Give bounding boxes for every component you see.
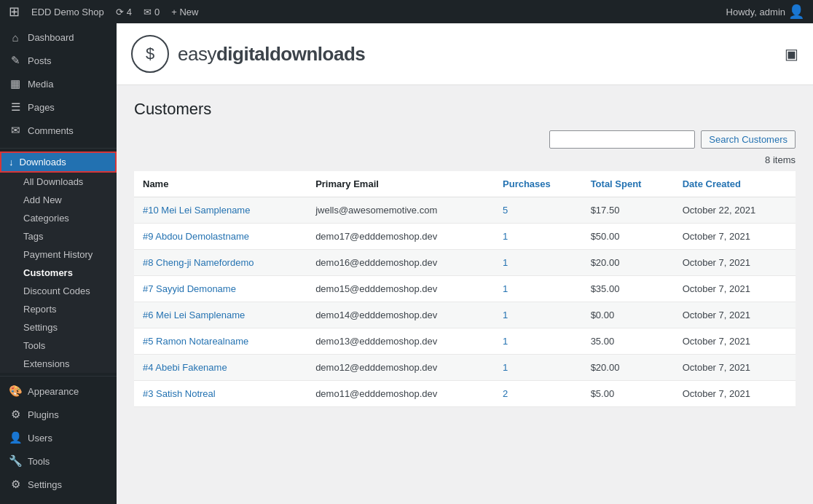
plugins-icon: ⚙ [9,408,22,421]
customer-email-cell: demo12@edddemoshop.dev [307,355,494,381]
sidebar-item-appearance[interactable]: 🎨 Appearance [0,379,117,403]
customer-date-created-cell: October 7, 2021 [674,355,796,381]
updates-icon: ⟳ [116,7,124,17]
purchases-link[interactable]: 1 [503,362,508,373]
purchases-link[interactable]: 1 [503,231,508,242]
purchases-link[interactable]: 5 [503,205,508,216]
monitor-icon[interactable]: ▣ [785,45,798,63]
col-header-purchases[interactable]: Purchases [494,171,582,197]
customer-date-created-cell: October 7, 2021 [674,381,796,407]
adminbar-howdy[interactable]: Howdy, admin 👤 [726,4,804,20]
users-icon: 👤 [9,431,22,444]
purchases-link[interactable]: 1 [503,283,508,294]
purchases-link[interactable]: 1 [503,257,508,268]
sidebar-subitem-all-downloads[interactable]: All Downloads [0,173,117,191]
sidebar-subitem-add-new[interactable]: Add New [0,191,117,209]
comments-icon: ✉ [144,7,152,17]
sidebar-subitem-settings[interactable]: Settings [0,318,117,336]
sidebar-subitem-categories[interactable]: Categories [0,209,117,227]
downloads-submenu: All Downloads Add New Categories Tags Pa… [0,173,117,373]
sidebar-subitem-extensions[interactable]: Extensions [0,355,117,373]
table-row: #4 Abebi Fakename demo12@edddemoshop.dev… [134,355,796,381]
appearance-icon: 🎨 [9,385,22,398]
customer-name-cell: #3 Satish Notreal [134,381,307,407]
customer-purchases-cell: 1 [494,276,582,302]
purchases-link[interactable]: 1 [503,310,508,320]
customer-name-cell: #4 Abebi Fakename [134,355,307,381]
customer-name-link[interactable]: #8 Cheng-ji Namefordemo [143,257,254,268]
customer-email-cell: demo15@edddemoshop.dev [307,276,494,302]
customer-total-spent-cell: $35.00 [582,276,674,302]
purchases-link[interactable]: 1 [503,336,508,347]
sidebar-item-settings[interactable]: ⚙ Settings [0,473,117,496]
search-customers-button[interactable]: Search Customers [701,130,796,149]
edd-logo-text: easydigitaldownloads [178,43,365,66]
sidebar-item-tools[interactable]: 🔧 Tools [0,449,117,473]
sidebar-item-plugins[interactable]: ⚙ Plugins [0,403,117,426]
sidebar-subitem-tools[interactable]: Tools [0,336,117,355]
user-avatar-icon: 👤 [788,4,804,20]
table-row: #8 Cheng-ji Namefordemo demo16@edddemosh… [134,250,796,276]
customer-name-link[interactable]: #7 Sayyid Demoname [143,283,236,294]
table-row: #3 Satish Notreal demo11@edddemoshop.dev… [134,381,796,407]
pages-icon: ☰ [9,101,22,114]
customer-total-spent-cell: $0.00 [582,302,674,328]
col-header-date-created[interactable]: Date Created [674,171,796,197]
tools-icon: 🔧 [9,454,22,468]
customer-name-link[interactable]: #10 Mei Lei Samplename [143,205,250,216]
sidebar-subitem-reports[interactable]: Reports [0,300,117,318]
search-input[interactable] [549,130,695,149]
customer-name-cell: #9 Abdou Demolastname [134,224,307,250]
sidebar-item-media[interactable]: ▦ Media [0,72,117,95]
main-content: $ easydigitaldownloads ▣ Customers Searc… [117,23,813,504]
customer-date-created-cell: October 7, 2021 [674,328,796,355]
sidebar-subitem-payment-history[interactable]: Payment History [0,245,117,264]
wp-logo-icon[interactable]: ⊞ [9,4,20,20]
customer-name-link[interactable]: #5 Ramon Notarealname [143,336,248,347]
customer-email-cell: demo17@edddemoshop.dev [307,224,494,250]
customer-total-spent-cell: $20.00 [582,355,674,381]
customer-date-created-cell: October 7, 2021 [674,276,796,302]
customer-purchases-cell: 5 [494,197,582,224]
customer-total-spent-cell: 35.00 [582,328,674,355]
customer-date-created-cell: October 7, 2021 [674,224,796,250]
sidebar-item-users[interactable]: 👤 Users [0,426,117,449]
admin-bar: ⊞ EDD Demo Shop ⟳ 4 ✉ 0 + New Howdy, adm… [0,0,813,23]
customer-name-cell: #7 Sayyid Demoname [134,276,307,302]
customer-name-link[interactable]: #9 Abdou Demolastname [143,231,249,242]
page-content: Customers Search Customers 8 items Name … [117,85,813,422]
sidebar-item-posts[interactable]: ✎ Posts [0,49,117,72]
customer-purchases-cell: 1 [494,250,582,276]
dashboard-icon: ⌂ [9,31,22,44]
settings-icon: ⚙ [9,478,22,491]
customer-name-link[interactable]: #6 Mei Lei Samplename [143,310,245,320]
customer-name-link[interactable]: #4 Abebi Fakename [143,362,227,373]
sidebar-item-comments[interactable]: ✉ Comments [0,119,117,142]
customer-purchases-cell: 1 [494,302,582,328]
sidebar-item-pages[interactable]: ☰ Pages [0,95,117,119]
sidebar-subitem-tags[interactable]: Tags [0,227,117,245]
customer-purchases-cell: 1 [494,355,582,381]
adminbar-site-name[interactable]: EDD Demo Shop [31,7,104,17]
edd-plugin-header: $ easydigitaldownloads ▣ [117,23,813,85]
adminbar-new[interactable]: + New [171,7,198,17]
sidebar-item-dashboard[interactable]: ⌂ Dashboard [0,26,117,49]
customer-purchases-cell: 1 [494,224,582,250]
posts-icon: ✎ [9,54,22,67]
customer-email-cell: demo16@edddemoshop.dev [307,250,494,276]
sidebar-subitem-discount-codes[interactable]: Discount Codes [0,282,117,300]
customer-email-cell: jwells@awesomemotive.com [307,197,494,224]
table-row: #6 Mei Lei Samplename demo14@edddemoshop… [134,302,796,328]
customer-name-link[interactable]: #3 Satish Notreal [143,388,216,399]
items-count: 8 items [134,154,796,165]
purchases-link[interactable]: 2 [503,388,508,399]
sidebar-subitem-customers[interactable]: Customers [0,264,117,282]
adminbar-updates[interactable]: ⟳ 4 [116,7,132,17]
sidebar-item-downloads[interactable]: ↓ Downloads [0,151,117,173]
edd-logo-icon: $ [131,35,169,73]
table-row: #9 Abdou Demolastname demo17@edddemoshop… [134,224,796,250]
customer-date-created-cell: October 7, 2021 [674,250,796,276]
col-header-total-spent[interactable]: Total Spent [582,171,674,197]
downloads-icon: ↓ [9,157,14,168]
adminbar-comments[interactable]: ✉ 0 [144,7,160,17]
